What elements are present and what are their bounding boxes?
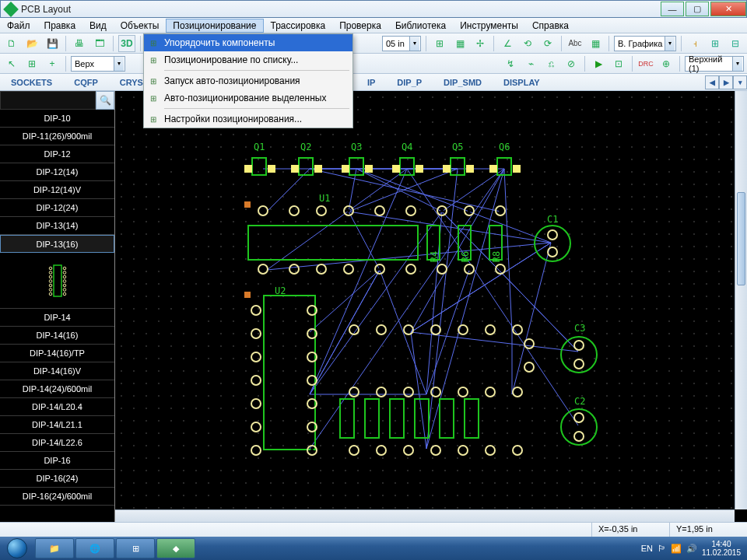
menu-item[interactable]: ⊞Запуск авто-позиционирования (144, 72, 352, 89)
route3-icon[interactable]: ⎌ (542, 55, 559, 72)
system-tray[interactable]: EN 🏳 📶 🔊 14:40 11.02.2015 (638, 540, 744, 557)
cat-display[interactable]: DISPLAY (493, 78, 551, 87)
maximize-button[interactable]: ▢ (686, 2, 709, 16)
menu-routing[interactable]: Трассировка (264, 19, 333, 33)
sidebar-item[interactable]: DIP-13(16) (0, 235, 114, 253)
tabs-prev-button[interactable]: ◀ (705, 75, 719, 89)
cat-cqfp[interactable]: CQFP (63, 78, 109, 87)
sidebar-item[interactable]: DIP-14(16) (0, 327, 114, 345)
pad (258, 264, 268, 275)
sidebar-item[interactable]: DIP-14 (0, 309, 114, 327)
sidebar-item[interactable]: DIP-12(14) (0, 163, 114, 181)
menu-file[interactable]: Файл (0, 19, 37, 33)
cursor-icon[interactable]: ↖ (3, 55, 20, 72)
menu-item[interactable]: ⊞Упорядочить компоненты (144, 34, 352, 51)
sidebar-item[interactable]: DIP-12(14)V (0, 181, 114, 199)
mirror-icon[interactable]: ⟲ (519, 35, 536, 52)
sidebar-item[interactable]: DIP-14/L20.4 (0, 398, 114, 416)
menu-edit[interactable]: Правка (37, 19, 83, 33)
menu-view[interactable]: Вид (82, 19, 114, 33)
menu-check[interactable]: Проверка (332, 19, 388, 33)
tray-flag-icon[interactable]: 🏳 (658, 544, 666, 553)
route4-icon[interactable]: ⊘ (563, 55, 580, 72)
refdes: Q3 (351, 142, 362, 152)
sidebar-item[interactable]: DIP-13(14) (0, 217, 114, 235)
distribute-icon[interactable]: ⊞ (707, 35, 724, 52)
menu-item[interactable]: ⊞Авто-позиционирование выделенных (144, 89, 352, 107)
rotate-icon[interactable]: ⟳ (539, 35, 556, 52)
cat-dipsmd[interactable]: DIP_SMD (433, 78, 493, 87)
vertical-scrollbar[interactable] (735, 91, 747, 509)
sidebar-item[interactable]: DIP-11(26)/900mil (0, 128, 114, 145)
measure-icon[interactable]: ⊞ (431, 35, 448, 52)
sidebar-item[interactable]: DIP-16(24) (0, 470, 114, 488)
task-chrome[interactable]: 🌐 (75, 538, 114, 558)
minimize-button[interactable]: — (661, 2, 684, 16)
task-app2[interactable]: ◆ (156, 538, 195, 558)
sidebar-item[interactable]: DIP-14/L21.1 (0, 416, 114, 434)
menu-tools[interactable]: Инструменты (453, 19, 525, 33)
menu-objects[interactable]: Объекты (114, 19, 167, 33)
sidebar-item[interactable]: DIP-12(24) (0, 199, 114, 217)
pcb-canvas[interactable]: Q1Q2Q3Q4Q5Q6U1R4R6R8C1U2C3C2 (115, 91, 735, 509)
close-button[interactable]: ✕ (710, 2, 746, 16)
component-search-button[interactable]: 🔍 (96, 91, 114, 110)
graphics-combo[interactable]: В. Графика (614, 36, 676, 51)
sidebar-item[interactable]: DIP-12 (0, 145, 114, 163)
menu-item[interactable]: ⊞Настройки позиционирования... (144, 110, 352, 128)
status-x: X=-0,35 in (591, 523, 669, 537)
sidebar-item[interactable]: DIP-14(16)/TP (0, 345, 114, 362)
print-icon[interactable]: 🖶 (71, 35, 88, 52)
zoom-plus-icon[interactable]: + (44, 55, 61, 72)
tabs-next-button[interactable]: ▶ (719, 75, 733, 89)
horizontal-scrollbar[interactable] (115, 509, 735, 522)
pad (458, 324, 468, 335)
sidebar-item[interactable]: DIP-16(24)/600mil (0, 488, 114, 506)
cat-sockets[interactable]: SOCKETS (0, 78, 63, 87)
save-icon[interactable]: 💾 (44, 35, 61, 52)
menu-positioning[interactable]: Позиционирование (166, 19, 263, 33)
lang-indicator[interactable]: EN (641, 544, 653, 553)
start-button[interactable] (0, 537, 34, 560)
menu-library[interactable]: Библиотека (388, 19, 453, 33)
task-app1[interactable]: ⊞ (116, 538, 155, 558)
layers-icon[interactable]: ▦ (451, 35, 468, 52)
sidebar-item[interactable]: DIP-16 (0, 452, 114, 470)
pad (547, 247, 558, 257)
taskbar-clock[interactable]: 14:40 11.02.2015 (702, 540, 741, 557)
origin-icon[interactable]: ✢ (472, 35, 489, 52)
3d-button[interactable]: 3D (118, 35, 135, 52)
net-icon[interactable]: ⊕ (658, 55, 675, 72)
grid-size-combo[interactable]: 05 in (382, 36, 421, 51)
sidebar-item[interactable]: DIP-14(24)/600mil (0, 380, 114, 398)
group-icon[interactable]: ⊟ (727, 35, 744, 52)
step-icon[interactable]: ⊡ (610, 55, 627, 72)
tray-network-icon[interactable]: 📶 (671, 544, 682, 554)
text-icon[interactable]: Abc (566, 35, 584, 52)
sidebar-item[interactable]: DIP-14(16)V (0, 362, 114, 380)
menu-help[interactable]: Справка (525, 19, 576, 33)
preview-icon[interactable]: 🗔 (91, 35, 108, 52)
route2-icon[interactable]: ⌁ (522, 55, 539, 72)
side-combo[interactable]: Верхний (1) (685, 56, 744, 72)
align-icon[interactable]: ⫞ (686, 35, 703, 52)
sidebar-item[interactable]: DIP-10 (0, 110, 114, 128)
route-icon[interactable]: ↯ (502, 55, 519, 72)
new-icon[interactable]: 🗋 (3, 35, 20, 52)
tray-volume-icon[interactable]: 🔊 (686, 544, 697, 554)
open-icon[interactable]: 📂 (23, 35, 40, 52)
tabs-menu-button[interactable]: ▾ (733, 75, 747, 89)
angle-icon[interactable]: ∠ (499, 35, 516, 52)
sidebar-item[interactable]: DIP-14/L22.6 (0, 434, 114, 452)
play-icon[interactable]: ▶ (590, 55, 607, 72)
task-explorer[interactable]: 📁 (35, 538, 74, 558)
grid-icon[interactable]: ▦ (587, 35, 604, 52)
vertical-scroll-thumb[interactable] (737, 192, 745, 285)
cat-ip[interactable]: IP (356, 78, 386, 87)
drc-icon[interactable]: DRC (637, 55, 654, 72)
menu-item[interactable]: ⊞Позиционирование по списку... (144, 51, 352, 68)
layer-combo[interactable]: Верх (71, 56, 125, 72)
component-search-input[interactable] (0, 91, 96, 110)
pan-icon[interactable]: ⊞ (23, 55, 40, 72)
cat-dipp[interactable]: DIP_P (386, 78, 433, 87)
